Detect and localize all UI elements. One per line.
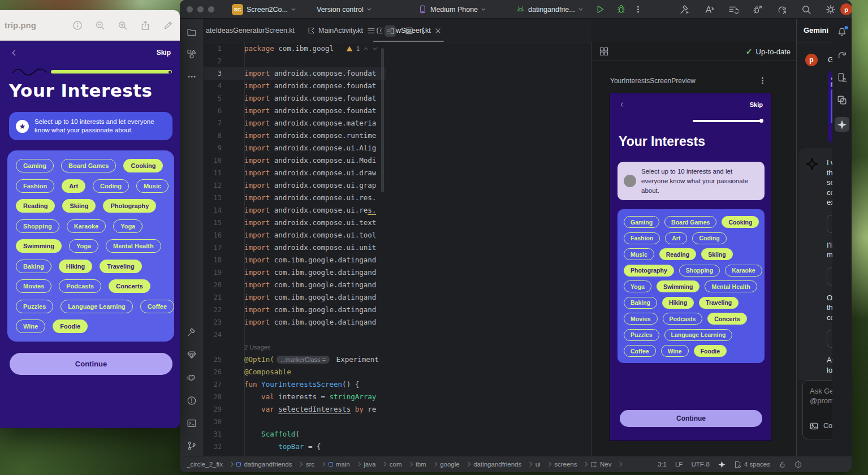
app-quality-insights-icon[interactable] — [187, 350, 196, 360]
interest-chip[interactable]: Photography — [103, 199, 156, 213]
settings-gear-icon[interactable] — [826, 5, 836, 15]
code-line[interactable]: 4 import androidx.compose.foundat — [204, 80, 386, 92]
code-line[interactable]: 16 import androidx.compose.ui.tool — [204, 229, 386, 241]
build-run-icon[interactable] — [680, 5, 690, 15]
compose-preview-render[interactable]: Skip Your Interests Select up to 10 inte… — [610, 93, 771, 441]
interest-chip[interactable]: Shopping — [679, 265, 720, 277]
preview-titlebar[interactable]: trip.png — [0, 10, 180, 41]
interest-chip[interactable]: Traveling — [699, 297, 739, 309]
breadcrumb-item[interactable]: google — [440, 461, 473, 468]
device-selector[interactable]: Medium Phone — [418, 0, 484, 19]
editor-mode-code-icon[interactable] — [367, 27, 375, 35]
notifications-icon[interactable] — [837, 27, 847, 37]
code-line[interactable]: 22 import com.ibm.google.datingand — [204, 304, 386, 316]
interest-chip[interactable]: Skiing — [62, 199, 96, 213]
build-tool-icon[interactable] — [187, 327, 196, 337]
inspections-widget[interactable]: 1 — [346, 42, 386, 55]
code-line[interactable]: 11 import androidx.compose.ui.draw — [204, 167, 386, 179]
interest-chip[interactable]: Yoga — [624, 280, 651, 292]
tab-list-chevron-icon[interactable] — [355, 28, 359, 32]
interest-chip[interactable]: Karaoke — [725, 265, 762, 277]
caret-position[interactable]: 3:1 — [658, 461, 667, 468]
interest-chip[interactable]: Wine — [661, 345, 689, 357]
close-tab-icon[interactable] — [435, 28, 441, 33]
more-run-options-icon[interactable] — [637, 8, 639, 10]
interest-chip[interactable]: Language Learning — [664, 329, 733, 341]
code-line[interactable]: 24 — [204, 329, 386, 341]
code-line[interactable]: 23 import com.ibm.google.datingand — [204, 316, 386, 329]
info-icon[interactable] — [72, 20, 83, 31]
code-line[interactable]: 2 Usages — [204, 341, 386, 353]
interest-chip[interactable]: Podcasts — [59, 279, 101, 293]
code-line[interactable]: 12 import androidx.compose.ui.grap — [204, 179, 386, 192]
interest-chip[interactable]: Reading — [659, 248, 696, 260]
debug-button[interactable] — [616, 5, 626, 14]
preview-composable-name[interactable]: YourInterestsScreenPreview — [610, 77, 696, 85]
interest-chip[interactable]: Wine — [16, 319, 45, 333]
maximize-window-button[interactable] — [208, 6, 214, 12]
next-problem-icon[interactable] — [372, 46, 378, 51]
editor-mode-design-icon[interactable] — [405, 27, 413, 35]
interest-chip[interactable]: Board Games — [664, 216, 716, 228]
editor-mode-split-icon[interactable] — [385, 25, 396, 37]
editor-scrollbar[interactable] — [381, 48, 384, 192]
interest-chip[interactable]: Mental Health — [705, 280, 757, 292]
interest-chip[interactable]: Language Learning — [61, 300, 132, 313]
interest-chip[interactable]: Puzzles — [624, 329, 659, 341]
code-line[interactable]: 10 import androidx.compose.ui.Modi — [204, 154, 386, 167]
attach-debugger-icon[interactable] — [753, 5, 763, 15]
breadcrumb-item[interactable]: main — [329, 461, 364, 468]
minimize-window-button[interactable] — [197, 6, 204, 12]
code-line[interactable]: 25 @OptIn(...markerClass = Experiment — [204, 353, 386, 366]
project-tool-icon[interactable] — [187, 27, 196, 37]
code-line[interactable]: 28 val interests = stringArray — [204, 391, 386, 403]
interest-chip[interactable]: Shopping — [16, 219, 59, 233]
interest-chip[interactable]: Yoga — [113, 219, 142, 233]
interest-chip[interactable]: Gaming — [624, 216, 659, 228]
code-editor[interactable]: 1 package com.ibm.googl 1 2 — [204, 42, 386, 456]
code-line[interactable]: 6 import androidx.compose.foundat — [204, 105, 386, 117]
code-line[interactable]: 14 import androidx.compose.ui.res. — [204, 204, 386, 217]
code-line[interactable]: 27 fun YourInterestsScreen() { — [204, 378, 386, 391]
vcs-widget[interactable]: Version control — [317, 0, 370, 19]
interest-chip[interactable]: Cooking — [722, 216, 759, 228]
indent-widget[interactable]: 4 spaces — [734, 461, 770, 468]
tab-dateideasgeneratorscreen[interactable]: ateIdeasGeneratorScreen.kt — [204, 19, 301, 42]
code-line[interactable]: 9 import androidx.compose.ui.Alig — [204, 142, 386, 154]
code-line[interactable]: 21 import com.ibm.google.datingand — [204, 291, 386, 304]
interest-chip[interactable]: Mental Health — [106, 239, 161, 253]
rollback-icon[interactable] — [728, 5, 739, 15]
interest-chip[interactable]: Baking — [16, 260, 51, 273]
breadcrumb-item[interactable]: ibm — [416, 461, 440, 468]
code-line[interactable]: 8 import androidx.compose.runtime — [204, 129, 386, 142]
window-controls[interactable] — [187, 6, 214, 12]
prev-problem-icon[interactable] — [363, 46, 369, 51]
interest-chip[interactable]: Podcasts — [663, 313, 703, 325]
terminal-tool-icon[interactable] — [187, 418, 196, 428]
more-tool-windows-icon[interactable] — [191, 76, 192, 77]
user-avatar[interactable]: p — [840, 3, 852, 15]
interest-chip[interactable]: Music — [624, 248, 654, 260]
code-line[interactable]: 32 topBar = { — [204, 441, 386, 453]
code-line[interactable]: 31 Scaffold( — [204, 428, 386, 441]
breadcrumb-item[interactable]: screens — [554, 461, 591, 468]
interest-chip[interactable]: Coffee — [624, 345, 656, 357]
code-line[interactable]: 26 @Composable — [204, 366, 386, 378]
interest-chip[interactable]: Swimming — [16, 239, 62, 253]
project-widget[interactable]: SC Screen2Co... — [232, 0, 294, 19]
zoom-in-icon[interactable] — [118, 20, 128, 31]
run-configuration[interactable]: datingandfrie... — [516, 0, 581, 19]
code-line[interactable]: 20 import com.ibm.google.datingand — [204, 279, 386, 291]
continue-button[interactable]: Continue — [620, 410, 762, 427]
gradle-sync-icon[interactable] — [777, 5, 787, 15]
file-encoding[interactable]: UTF-8 — [691, 461, 710, 468]
interest-chip[interactable]: Fashion — [16, 179, 54, 193]
version-control-tool-icon[interactable] — [187, 441, 196, 451]
breadcrumb-item[interactable]: com — [390, 461, 416, 468]
breadcrumb-item[interactable]: java — [364, 461, 390, 468]
code-line[interactable]: 19 import com.ibm.google.datingand — [204, 266, 386, 279]
code-line[interactable]: 18 import com.ibm.google.datingand — [204, 254, 386, 266]
interest-chip[interactable]: Puzzles — [16, 300, 53, 313]
interest-chip[interactable]: Concerts — [707, 313, 747, 325]
resource-manager-icon[interactable] — [187, 49, 196, 59]
